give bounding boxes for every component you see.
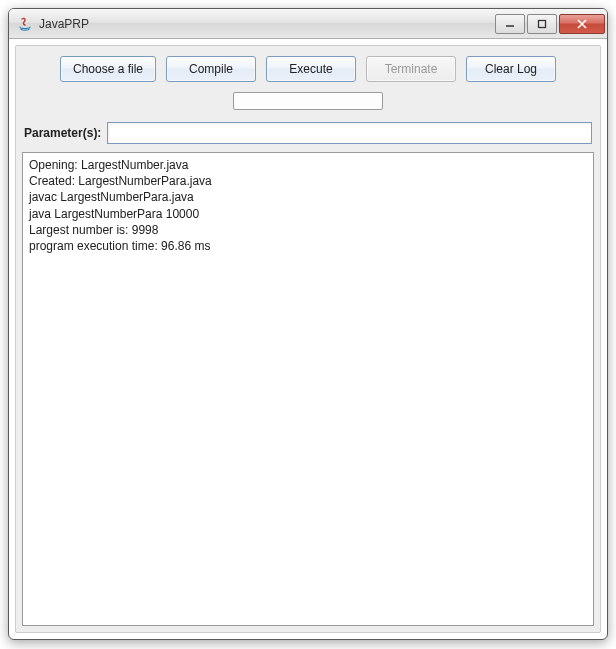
- parameters-input[interactable]: [107, 122, 592, 144]
- content-area: Choose a file Compile Execute Terminate …: [15, 45, 601, 633]
- compile-button[interactable]: Compile: [166, 56, 256, 82]
- app-window: JavaPRP Choose a file Compile Execute Te…: [8, 8, 608, 640]
- choose-file-button[interactable]: Choose a file: [60, 56, 156, 82]
- close-button[interactable]: [559, 14, 605, 34]
- titlebar[interactable]: JavaPRP: [9, 9, 607, 39]
- java-icon: [17, 16, 33, 32]
- toolbar: Choose a file Compile Execute Terminate …: [16, 46, 600, 116]
- button-row: Choose a file Compile Execute Terminate …: [24, 56, 592, 82]
- window-title: JavaPRP: [39, 17, 493, 31]
- maximize-button[interactable]: [527, 14, 557, 34]
- parameters-row: Parameter(s):: [16, 116, 600, 152]
- terminate-button: Terminate: [366, 56, 456, 82]
- parameters-label: Parameter(s):: [24, 126, 101, 140]
- minimize-button[interactable]: [495, 14, 525, 34]
- window-controls: [493, 14, 605, 34]
- svg-rect-1: [539, 20, 546, 27]
- clear-log-button[interactable]: Clear Log: [466, 56, 556, 82]
- execute-button[interactable]: Execute: [266, 56, 356, 82]
- log-output[interactable]: Opening: LargestNumber.java Created: Lar…: [22, 152, 594, 626]
- progress-bar: [233, 92, 383, 110]
